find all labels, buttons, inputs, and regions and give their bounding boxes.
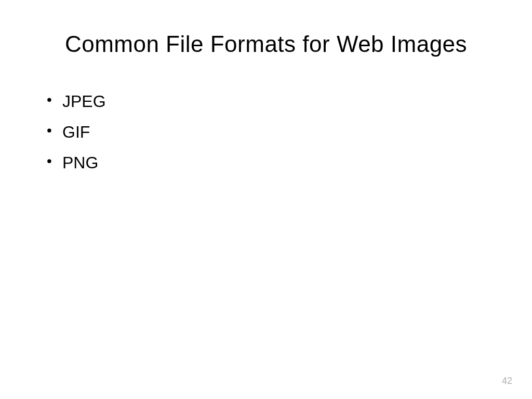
bullet-list: JPEG GIF PNG: [36, 88, 496, 177]
list-item: JPEG: [47, 88, 496, 115]
slide-title: Common File Formats for Web Images: [36, 31, 496, 57]
list-item: PNG: [47, 150, 496, 176]
slide-container: Common File Formats for Web Images JPEG …: [0, 0, 532, 399]
list-item: GIF: [47, 119, 496, 145]
page-number: 42: [502, 376, 512, 387]
